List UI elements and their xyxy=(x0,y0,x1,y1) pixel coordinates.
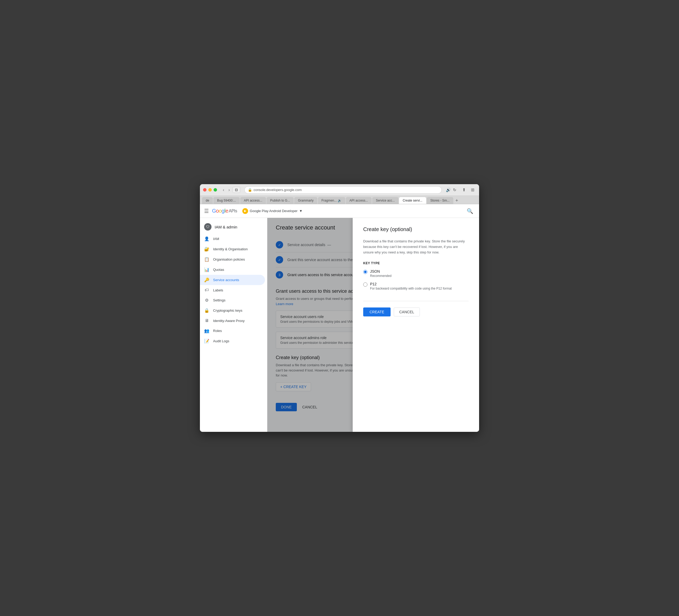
reload-icon[interactable]: ↻ xyxy=(453,188,456,192)
lock-icon: 🔒 xyxy=(248,188,252,192)
sidebar-item-settings[interactable]: ⚙ Settings xyxy=(200,295,265,305)
google-header: ☰ Google APIs ▶ Google Play Android Deve… xyxy=(200,204,479,218)
sidebar-item-roles[interactable]: 👥 Roles xyxy=(200,326,265,336)
sidebar-label-audit-logs: Audit Logs xyxy=(213,339,229,343)
audit-logs-icon: 📝 xyxy=(204,339,209,344)
sidebar-item-labels[interactable]: 🏷 Labels xyxy=(200,285,265,295)
sidebar-item-quotas[interactable]: 📊 Quotas xyxy=(200,265,265,275)
tab-api1[interactable]: API access... xyxy=(240,197,266,204)
page-content: Create service account ✓ Service account… xyxy=(267,218,479,432)
sidebar-item-crypto-keys[interactable]: 🔒 Cryptographic keys xyxy=(200,305,265,316)
tab-bug[interactable]: Bug 59400:... xyxy=(213,197,239,204)
json-sublabel: Recommended xyxy=(370,274,391,278)
project-name: Google Play Android Developer xyxy=(250,209,297,213)
close-button[interactable] xyxy=(203,188,206,191)
new-tab-button[interactable]: ⊞ xyxy=(470,187,476,193)
sidebar-label-identity-proxy: Identity-Aware Proxy xyxy=(213,319,245,323)
modal-create-button[interactable]: CREATE xyxy=(363,307,391,316)
hamburger-menu[interactable]: ☰ xyxy=(204,208,209,214)
org-policies-icon: 📋 xyxy=(204,257,209,262)
sidebar-item-identity[interactable]: 🔐 Identity & Organisation xyxy=(200,244,265,254)
modal-title: Create key (optional) xyxy=(363,226,468,233)
toolbar-icons: 🔊 ↻ xyxy=(446,188,456,192)
modal-desc: Download a file that contains the privat… xyxy=(363,239,468,255)
sidebar-label-settings: Settings xyxy=(213,298,225,302)
tab-service[interactable]: Service acc... xyxy=(372,197,398,204)
sidebar-label-roles: Roles xyxy=(213,329,222,333)
sidebar-item-org-policies[interactable]: 📋 Organisation policies xyxy=(200,254,265,265)
tab-overview-button[interactable]: ⊡ xyxy=(233,187,240,193)
traffic-lights xyxy=(203,188,217,191)
sidebar-label-org-policies: Organisation policies xyxy=(213,257,245,261)
sidebar-title: IAM & admin xyxy=(215,225,237,229)
tab-fragment[interactable]: Fragmen... 🔊 xyxy=(318,197,345,204)
tab-publish[interactable]: Publish to G... xyxy=(266,197,294,204)
identity-icon: 🔐 xyxy=(204,247,209,252)
modal-actions: CREATE CANCEL xyxy=(363,307,468,316)
logo-g: G xyxy=(212,208,216,214)
key-type-label: Key type xyxy=(363,261,468,265)
minimize-button[interactable] xyxy=(208,188,212,191)
address-bar[interactable]: 🔒 console.developers.google.com xyxy=(245,186,442,194)
tab-grammarly[interactable]: Grammarly xyxy=(294,197,317,204)
sidebar-header: 🛡 IAM & admin xyxy=(200,220,267,234)
logo-e: e xyxy=(225,208,228,214)
crypto-keys-icon: 🔒 xyxy=(204,308,209,313)
modal-cancel-button[interactable]: CANCEL xyxy=(394,307,420,316)
tab-api2[interactable]: API access... xyxy=(346,197,371,204)
p12-label: P12 xyxy=(370,282,452,286)
google-logo: Google APIs xyxy=(212,208,237,214)
quotas-icon: 📊 xyxy=(204,267,209,272)
logo-g2: g xyxy=(222,208,224,214)
iam-admin-icon: 🛡 xyxy=(204,223,212,230)
share-button[interactable]: ⬆ xyxy=(461,187,467,193)
tab-create-service[interactable]: Create servi... xyxy=(399,197,426,204)
p12-radio[interactable] xyxy=(363,282,367,287)
json-option[interactable]: JSON Recommended xyxy=(363,269,468,278)
project-dropdown-icon: ▼ xyxy=(299,209,303,213)
json-radio[interactable] xyxy=(363,270,367,274)
browser-tabs: de Bug 59400:... API access... Publish t… xyxy=(200,196,479,204)
project-selector[interactable]: ▶ Google Play Android Developer ▼ xyxy=(240,207,304,215)
service-accounts-icon: 🔑 xyxy=(204,277,209,282)
search-button[interactable]: 🔍 xyxy=(465,206,475,216)
sidebar-item-identity-proxy[interactable]: 🖥 Identity-Aware Proxy xyxy=(200,316,265,326)
add-tab-button[interactable]: + xyxy=(454,198,460,204)
sidebar-label-identity: Identity & Organisation xyxy=(213,247,248,251)
sidebar-label-iam: IAM xyxy=(213,237,219,241)
nav-buttons: ‹ › ⊡ xyxy=(221,187,240,193)
maximize-button[interactable] xyxy=(214,188,217,191)
modal-panel: Create key (optional) Download a file th… xyxy=(353,218,479,432)
title-bar: ‹ › ⊡ 🔒 console.developers.google.com 🔊 … xyxy=(200,184,479,196)
project-icon: ▶ xyxy=(242,208,248,214)
logo-o2: o xyxy=(219,208,222,214)
sidebar-item-service-accounts[interactable]: 🔑 Service accounts xyxy=(200,275,265,285)
labels-icon: 🏷 xyxy=(204,288,209,292)
sidebar-label-service-accounts: Service accounts xyxy=(213,278,239,282)
sidebar-label-crypto-keys: Cryptographic keys xyxy=(213,309,242,312)
settings-icon: ⚙ xyxy=(204,298,209,303)
p12-option[interactable]: P12 For backward compatibility with code… xyxy=(363,282,468,290)
tab-de[interactable]: de xyxy=(202,197,213,204)
sidebar-item-iam[interactable]: 👤 IAM xyxy=(200,234,265,244)
volume-icon[interactable]: 🔊 xyxy=(446,188,451,192)
sidebar: 🛡 IAM & admin 👤 IAM 🔐 Identity & Organis… xyxy=(200,218,267,432)
sidebar-item-audit-logs[interactable]: 📝 Audit Logs xyxy=(200,336,265,346)
p12-sublabel: For backward compatibility with code usi… xyxy=(370,287,452,290)
url-text: console.developers.google.com xyxy=(254,188,302,192)
sidebar-label-quotas: Quotas xyxy=(213,268,224,272)
logo-o1: o xyxy=(216,208,219,214)
identity-proxy-icon: 🖥 xyxy=(204,318,209,323)
iam-icon: 👤 xyxy=(204,236,209,241)
roles-icon: 👥 xyxy=(204,328,209,333)
sidebar-label-labels: Labels xyxy=(213,288,223,292)
json-label: JSON xyxy=(370,269,391,274)
forward-button[interactable]: › xyxy=(227,187,231,193)
back-button[interactable]: ‹ xyxy=(221,187,226,193)
apis-label: APIs xyxy=(229,209,237,213)
tab-stores[interactable]: Stores - Sm... xyxy=(427,197,453,204)
modal-divider xyxy=(363,301,468,301)
